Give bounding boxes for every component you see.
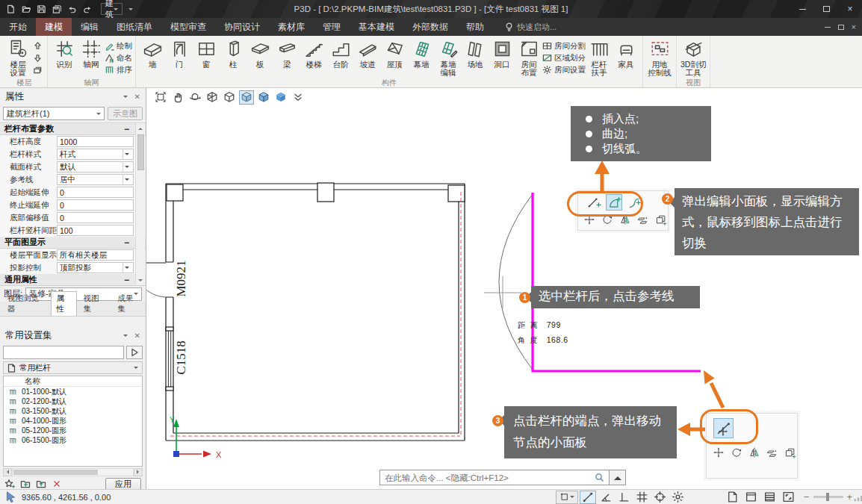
- property-value-field[interactable]: 0: [57, 212, 134, 223]
- property-value-field[interactable]: 杆式: [57, 149, 134, 160]
- property-value-field[interactable]: 0: [57, 187, 134, 198]
- property-value-field[interactable]: 居中: [57, 174, 134, 185]
- recognize-button[interactable]: 识别: [51, 37, 78, 78]
- property-value-field[interactable]: 1000: [57, 136, 134, 147]
- draw-button[interactable]: 绘制: [105, 40, 132, 52]
- close-button[interactable]: ×: [838, 0, 862, 18]
- zoom-out-icon[interactable]: −: [804, 491, 810, 503]
- beam-button[interactable]: 梁: [273, 37, 300, 78]
- polar-tracking-button[interactable]: [580, 491, 596, 504]
- offset-icon[interactable]: [765, 445, 779, 459]
- tab-edit[interactable]: 编辑: [72, 18, 108, 36]
- property-value-field[interactable]: 所有相关楼层: [57, 249, 134, 261]
- collapse-icon[interactable]: −: [124, 125, 129, 133]
- panel-menu-icon[interactable]: [123, 96, 128, 100]
- shaded-edges-view-icon[interactable]: [256, 90, 271, 105]
- panel-menu-icon[interactable]: [123, 335, 128, 339]
- door-button[interactable]: 门: [166, 37, 193, 78]
- delete-icon[interactable]: [52, 479, 62, 489]
- zoom-slider[interactable]: [813, 496, 843, 498]
- land-control-line-button[interactable]: 用地 控制线: [646, 37, 673, 78]
- angle-snap-button[interactable]: [598, 491, 614, 504]
- slab-button[interactable]: 板: [246, 37, 273, 78]
- name-button[interactable]: 命名: [105, 52, 132, 63]
- drawing-canvas[interactable]: Y X M0921 C1518 插入点; 曲边;: [146, 88, 862, 489]
- scrollbar-track[interactable]: [12, 468, 134, 476]
- list-item[interactable]: 05-1200-圆形: [4, 426, 142, 435]
- tab-collaboration[interactable]: 协同设计: [215, 18, 269, 36]
- command-history-button[interactable]: [610, 470, 626, 485]
- tab-external-data[interactable]: 外部数据: [403, 18, 457, 36]
- panel-close-icon[interactable]: ✕: [134, 93, 140, 101]
- copy-icon[interactable]: [654, 212, 668, 226]
- wall-button[interactable]: 墙: [139, 37, 166, 78]
- list-item[interactable]: 04-1000-圆形: [4, 416, 142, 426]
- diagram-button[interactable]: 示意图: [108, 107, 143, 120]
- doc-close-button[interactable]: ×: [852, 23, 856, 31]
- new-file-icon[interactable]: [6, 4, 16, 14]
- tab-management[interactable]: 管理: [314, 18, 350, 36]
- railing-presets-group[interactable]: 常用栏杆: [3, 361, 143, 374]
- curtain-wall-button[interactable]: 幕墙: [408, 37, 435, 78]
- import-group-icon[interactable]: [36, 479, 46, 489]
- furniture-button[interactable]: 家具: [613, 37, 639, 78]
- railing-button[interactable]: 栏杆 扶手: [586, 37, 613, 78]
- region-split-button[interactable]: 区域划分: [542, 52, 586, 63]
- axis-grid-button[interactable]: 轴网: [78, 37, 105, 78]
- more-views-icon[interactable]: [291, 90, 306, 105]
- redo-icon[interactable]: [83, 4, 93, 14]
- move-icon[interactable]: [711, 445, 725, 459]
- offset-icon[interactable]: [636, 212, 650, 226]
- tab-start[interactable]: 开始: [0, 18, 36, 36]
- floor-down-icon[interactable]: [33, 53, 43, 63]
- zoom-extents-icon[interactable]: [153, 90, 168, 105]
- opening-button[interactable]: 洞口: [489, 37, 515, 78]
- save-all-icon[interactable]: [52, 4, 62, 14]
- sort-button[interactable]: 排序: [105, 64, 132, 75]
- window-view-icon[interactable]: [745, 491, 757, 503]
- tab-properties[interactable]: 属性: [51, 291, 78, 316]
- osnap-mode-button[interactable]: [556, 491, 578, 504]
- tab-sheet-list[interactable]: 图纸清单: [108, 18, 161, 36]
- floor-settings-button[interactable]: 楼层 设置: [4, 37, 31, 78]
- apply-button[interactable]: 应用: [105, 478, 141, 490]
- pan-hand-icon[interactable]: [170, 90, 185, 105]
- tab-view-browser[interactable]: 视图浏览器: [1, 291, 51, 316]
- scroll-left-icon[interactable]: [3, 468, 12, 476]
- tab-basic-modeling[interactable]: 基本建模: [350, 18, 403, 36]
- panel-close-icon[interactable]: ✕: [134, 332, 140, 340]
- qat-customize-icon[interactable]: [128, 8, 133, 13]
- tab-modeling[interactable]: 建模: [36, 18, 72, 36]
- snap-target-button[interactable]: [651, 491, 668, 504]
- open-file-icon[interactable]: [22, 4, 31, 14]
- section-header-general[interactable]: 通用属性 −: [0, 274, 146, 286]
- quick-launch[interactable]: 快速启动...: [505, 22, 556, 33]
- element-selector[interactable]: 建筑栏杆(1): [3, 107, 105, 120]
- tab-material-library[interactable]: 素材库: [269, 18, 314, 36]
- dropdown-caret-icon[interactable]: [123, 263, 131, 273]
- command-input[interactable]: [379, 470, 610, 485]
- collapse-icon[interactable]: −: [124, 276, 129, 284]
- tab-help[interactable]: 帮助: [457, 18, 493, 36]
- orbit-icon[interactable]: [187, 90, 202, 105]
- room-settings-button[interactable]: 房间设置: [542, 64, 586, 75]
- rotate-icon[interactable]: [729, 445, 743, 459]
- room-split-button[interactable]: 房间分割: [542, 40, 586, 52]
- curtain-wall-edit-button[interactable]: 幕墙 编辑: [435, 37, 462, 78]
- scroll-up-icon[interactable]: [136, 123, 145, 133]
- floor-up-icon[interactable]: [33, 41, 43, 51]
- realistic-view-icon[interactable]: [273, 90, 288, 105]
- tab-model-review[interactable]: 模型审查: [161, 18, 215, 36]
- wireframe-view-icon[interactable]: [205, 90, 220, 105]
- room-layout-button[interactable]: 房间 布置: [515, 37, 542, 78]
- scroll-right-icon[interactable]: [134, 468, 143, 476]
- grid-display-button[interactable]: [633, 491, 650, 504]
- section-header-plan-display[interactable]: 平面图显示 −: [0, 237, 146, 249]
- mirror-icon[interactable]: [747, 445, 761, 459]
- new-view-icon[interactable]: [726, 491, 739, 503]
- property-value-field[interactable]: 默认: [57, 161, 134, 172]
- settings-search-input[interactable]: [3, 346, 124, 359]
- zoom-in-icon[interactable]: +: [847, 491, 853, 503]
- dropdown-caret-icon[interactable]: [123, 162, 131, 172]
- property-value-field[interactable]: 0: [57, 199, 134, 211]
